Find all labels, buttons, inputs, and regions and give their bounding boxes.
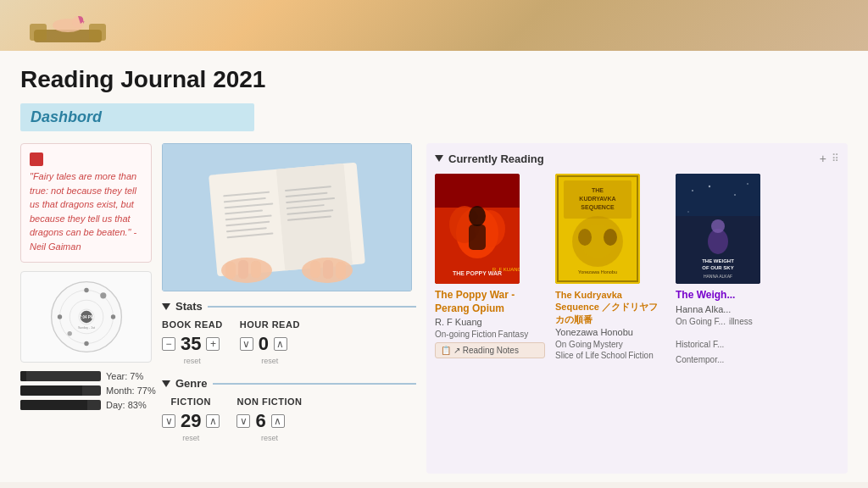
day-progress-label: Day: 83% (106, 400, 147, 410)
main-container: Reading Journal 2021 Dashbord "Fairy tal… (0, 51, 868, 482)
progress-section: Year: 7% Month: 77% Day: 83% (20, 371, 152, 410)
book-image-inner (162, 143, 412, 291)
book-card-2: THE KUDRYAVKA SEQUENCE Yonezawa Honobu (555, 174, 665, 366)
svg-text:HANNA ALKAF: HANNA ALKAF (704, 274, 732, 279)
tag-contemp-3[interactable]: Contempor... (676, 355, 724, 364)
header-illustration (25, 0, 110, 51)
book-read-plus-button[interactable]: + (206, 337, 220, 351)
genre-collapse-icon[interactable] (162, 380, 170, 387)
fiction-label: FICTION (162, 396, 220, 407)
year-progress-label: Year: 7% (106, 371, 143, 381)
svg-text:KUDRYAVKA: KUDRYAVKA (579, 196, 615, 202)
book-read-controls: − 35 + (162, 333, 223, 355)
genre-divider (213, 383, 416, 385)
dashboard-tab[interactable]: Dashbord (20, 103, 254, 131)
middle-panel: Stats BOOK READ − 35 + reset HOUR READ (162, 143, 416, 474)
currently-reading-collapse-icon[interactable] (435, 155, 443, 162)
book-card-3: THE WEIGHT OF OUR SKY HANNA ALKAF The We… (676, 174, 786, 366)
svg-point-15 (67, 331, 71, 336)
nonfiction-label: NON FICTION (236, 396, 302, 407)
svg-point-50 (469, 206, 486, 226)
nonfiction-controls: ∨ 6 ∧ (236, 410, 302, 432)
svg-rect-41 (251, 261, 261, 278)
hour-read-controls: ∨ 0 ∧ (240, 333, 300, 355)
hour-read-reset[interactable]: reset (240, 357, 300, 365)
book-title-3[interactable]: The Weigh... (676, 289, 786, 302)
drag-icon: ⠿ (832, 152, 839, 164)
svg-rect-2 (30, 24, 47, 41)
svg-text:Yonezawa Honobu: Yonezawa Honobu (578, 269, 617, 274)
book-tags-2: On Going Mystery Slice of Life School Fi… (555, 340, 665, 360)
add-book-icon[interactable]: + (820, 152, 826, 165)
page-title: Reading Journal 2021 (20, 66, 848, 93)
genre-title: Genre (175, 377, 208, 390)
svg-rect-43 (323, 260, 333, 279)
fiction-controls: ∨ 29 ∧ (162, 410, 220, 432)
book-tags-3: On Going F... illness (676, 317, 786, 332)
nonfiction-value: 6 (255, 410, 265, 432)
tag-ongoing-2[interactable]: On Going (555, 340, 592, 349)
svg-rect-42 (310, 261, 320, 278)
notes-icon-1: 📋 (441, 346, 451, 355)
tag-school-2[interactable]: School (601, 351, 627, 360)
tag-fantasy-1[interactable]: Fantasy (498, 330, 529, 339)
svg-rect-39 (225, 262, 236, 279)
fiction-up-button[interactable]: ∧ (206, 414, 220, 428)
hour-read-label: HOUR READ (240, 319, 300, 330)
tag-fiction-2[interactable]: Fiction (628, 351, 653, 360)
day-progress-fill (20, 400, 87, 410)
fiction-value: 29 (181, 410, 201, 432)
hour-read-value: 0 (259, 333, 269, 355)
book-illustration (162, 143, 412, 291)
book-cover-2: THE KUDRYAVKA SEQUENCE Yonezawa Honobu (555, 174, 640, 284)
svg-text:Sunday - 1st: Sunday - 1st (77, 326, 94, 330)
month-progress-label: Month: 77% (106, 385, 156, 396)
svg-rect-44 (336, 262, 346, 279)
nonfiction-reset[interactable]: reset (236, 434, 302, 442)
tag-mystery-2[interactable]: Mystery (593, 340, 623, 349)
book-title-2[interactable]: The Kudryavka Sequence ／クドリヤフカの順番 (555, 289, 665, 325)
tag-ongoing-3[interactable]: On Going F... (676, 317, 726, 332)
svg-point-63 (578, 229, 592, 246)
books-row: THE POPPY WAR R. F KUANG The Poppy War -… (435, 174, 839, 366)
svg-text:OF OUR SKY: OF OUR SKY (702, 265, 733, 270)
book-read-stat: BOOK READ − 35 + reset (162, 319, 223, 365)
nonfiction-down-button[interactable]: ∨ (236, 414, 250, 428)
tag-ongoing-1[interactable]: On-going (435, 330, 470, 339)
hour-read-down-button[interactable]: ∨ (240, 337, 253, 351)
svg-point-64 (604, 229, 617, 246)
svg-rect-3 (89, 24, 106, 41)
tag-historical-3[interactable]: Historical F... (676, 340, 724, 349)
fiction-reset[interactable]: reset (162, 434, 220, 442)
svg-text:THE: THE (592, 187, 604, 193)
day-progress-row: Day: 83% (20, 400, 152, 410)
quote-text: "Fairy tales are more than true: not bec… (30, 169, 142, 253)
nonfiction-stat: NON FICTION ∨ 6 ∧ reset (236, 396, 302, 442)
clock-svg: 7:04 PM Sunday - 1st (48, 279, 125, 355)
year-progress-row: Year: 7% (20, 371, 152, 381)
book-read-minus-button[interactable]: − (162, 337, 175, 351)
tag-sliceoflife-2[interactable]: Slice of Life (555, 351, 599, 360)
svg-rect-51 (469, 225, 486, 250)
genre-header: Genre (162, 377, 416, 390)
book-title-1[interactable]: The Poppy War - Perang Opium (435, 289, 545, 315)
body-layout: "Fairy tales are more than true: not bec… (20, 143, 848, 474)
fiction-down-button[interactable]: ∨ (162, 414, 175, 428)
clock-widget: 7:04 PM Sunday - 1st (20, 271, 152, 363)
tag-fiction-1[interactable]: Fiction (471, 330, 496, 339)
book-image-container (162, 143, 412, 291)
book-icon (30, 152, 43, 166)
reading-notes-button-1[interactable]: 📋 ↗ Reading Notes (435, 342, 545, 358)
book-read-label: BOOK READ (162, 319, 223, 330)
nonfiction-up-button[interactable]: ∧ (271, 414, 285, 428)
book-cover-3: THE WEIGHT OF OUR SKY HANNA ALKAF (676, 174, 760, 284)
month-progress-bar (20, 385, 101, 396)
currently-reading-title: Currently Reading (448, 152, 544, 165)
stats-collapse-icon[interactable] (162, 303, 170, 310)
hour-read-up-button[interactable]: ∧ (274, 337, 287, 351)
month-progress-fill (20, 385, 82, 396)
book-read-reset[interactable]: reset (162, 357, 223, 365)
svg-point-10 (84, 288, 88, 292)
tag-illness-3[interactable]: illness (729, 317, 753, 332)
stats-title: Stats (175, 300, 203, 313)
